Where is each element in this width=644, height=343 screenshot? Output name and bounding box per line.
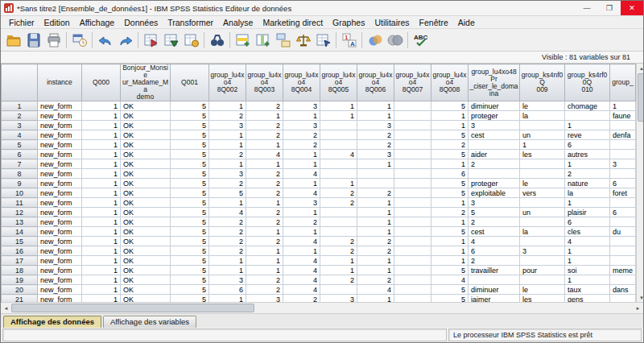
cell-q009[interactable]: 3 [520,246,565,256]
cell-q009[interactable]: vers [520,188,565,198]
insert-variable-icon[interactable] [253,31,273,50]
cell-q006[interactable]: 2 [357,246,394,256]
cell-bonjour[interactable]: OK [121,121,171,130]
cell-q009[interactable]: la [520,227,565,237]
cell-bonjour[interactable]: OK [121,266,171,275]
cell-bonjour[interactable]: OK [121,256,171,266]
cell-q001[interactable]: 5 [171,227,209,237]
cell-q005[interactable]: 1 [320,101,357,111]
cell-bonjour[interactable]: OK [121,208,171,217]
cell-q003[interactable]: 2 [246,101,283,111]
cell-preciser[interactable] [469,275,520,285]
redo-icon[interactable] [115,31,135,50]
cell-q004[interactable]: 1 [283,208,320,217]
cell-q001[interactable]: 5 [171,121,209,130]
cell-q002[interactable]: 6 [209,285,246,295]
cell-q010[interactable]: autres [565,150,610,159]
cell-q003[interactable]: 2 [246,275,283,285]
cell-instance[interactable]: new_form [38,150,82,159]
cell-q009[interactable] [520,256,565,266]
cell-q009[interactable] [520,159,565,169]
cell-q006[interactable]: 1 [357,256,394,266]
row-number[interactable]: 15 [2,237,38,246]
row-number[interactable]: 18 [2,266,38,275]
cell-extra[interactable]: foret [610,188,636,198]
cell-preciser[interactable] [469,140,520,150]
cell-q002[interactable]: 2 [209,246,246,256]
cell-q003[interactable]: 3 [246,295,283,303]
cell-q007[interactable] [394,198,431,208]
cell-q000[interactable]: 1 [82,130,121,140]
cell-bonjour[interactable]: OK [121,246,171,256]
cell-q005[interactable] [320,140,357,150]
cell-q009[interactable]: le [520,179,565,188]
cell-q000[interactable]: 1 [82,179,121,188]
cell-extra[interactable] [610,295,636,303]
cell-instance[interactable]: new_form [38,188,82,198]
minimize-button[interactable]: — [576,1,598,15]
cell-q010[interactable]: 6 [565,140,610,150]
cell-q006[interactable] [357,179,394,188]
cell-q005[interactable] [320,159,357,169]
cell-bonjour[interactable]: OK [121,295,171,303]
cell-q007[interactable] [394,179,431,188]
cell-q010[interactable]: 1 [565,198,610,208]
cell-q002[interactable]: 1 [209,198,246,208]
cell-q007[interactable] [394,217,431,227]
cell-q005[interactable] [320,169,357,179]
cell-bonjour[interactable]: OK [121,285,171,295]
cell-preciser[interactable] [469,169,520,179]
cell-q008[interactable]: 5 [431,285,469,295]
row-number[interactable]: 11 [2,198,38,208]
cell-q009[interactable]: pour [520,266,565,275]
cell-q004[interactable]: 4 [283,169,320,179]
menu-item-affichage[interactable]: Affichage [75,18,120,27]
cell-q007[interactable] [394,295,431,303]
cell-q002[interactable]: 2 [209,237,246,246]
row-number[interactable]: 16 [2,246,38,256]
cell-instance[interactable]: new_form [38,198,82,208]
cell-q007[interactable] [394,140,431,150]
cell-q000[interactable]: 1 [82,198,121,208]
cell-q010[interactable]: chomage [565,101,610,111]
cell-q004[interactable]: 1 [283,246,320,256]
cell-preciser[interactable]: proteger [469,111,520,121]
row-number[interactable]: 10 [2,188,38,198]
cell-q000[interactable]: 1 [82,169,121,179]
cell-q007[interactable] [394,266,431,275]
cell-q007[interactable] [394,101,431,111]
variables-icon[interactable] [181,31,201,50]
cell-q003[interactable]: 2 [246,179,283,188]
cell-q010[interactable]: 1 [565,159,610,169]
cell-q006[interactable]: 1 [357,101,394,111]
cell-extra[interactable] [610,246,636,256]
cell-q001[interactable]: 5 [171,169,209,179]
cell-instance[interactable]: new_form [38,159,82,169]
cell-preciser[interactable]: exploitable [469,188,520,198]
cell-q005[interactable]: 3 [320,295,357,303]
row-number[interactable]: 6 [2,150,38,159]
cell-q002[interactable]: 1 [209,101,246,111]
cell-q002[interactable]: 1 [209,256,246,266]
cell-q002[interactable]: 4 [209,208,246,217]
row-number[interactable]: 9 [2,179,38,188]
cell-q001[interactable]: 5 [171,266,209,275]
cell-q001[interactable]: 5 [171,198,209,208]
cell-q006[interactable]: 2 [357,237,394,246]
menu-item-marketing-direct[interactable]: Marketing direct [258,18,328,27]
cell-preciser[interactable]: jaimer [469,295,520,303]
cell-q007[interactable] [394,169,431,179]
cell-q001[interactable]: 5 [171,188,209,198]
cell-q000[interactable]: 1 [82,188,121,198]
cell-q005[interactable]: 1 [320,256,357,266]
cell-q004[interactable]: 2 [283,217,320,227]
cell-preciser[interactable]: 6 [469,246,520,256]
cell-q003[interactable]: 1 [246,256,283,266]
cell-q002[interactable]: 1 [209,140,246,150]
cell-q001[interactable]: 5 [171,179,209,188]
cell-extra[interactable] [610,275,636,285]
cell-q003[interactable]: 1 [246,227,283,237]
cell-bonjour[interactable]: OK [121,140,171,150]
cell-q007[interactable] [394,237,431,246]
cell-q000[interactable]: 1 [82,111,121,121]
